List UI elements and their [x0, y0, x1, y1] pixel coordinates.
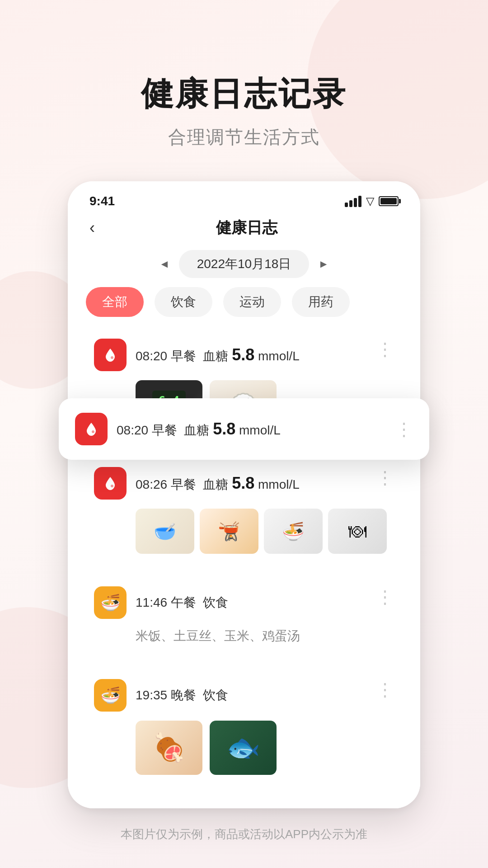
tooltip-time-title: 08:20 早餐 血糖 5.8 mmol/L — [117, 423, 281, 437]
entry-3-info: 11:46 午餐 饮食 — [136, 594, 367, 611]
entry-2-food-2: 🫕 — [200, 509, 258, 554]
svg-point-1 — [111, 485, 113, 487]
tooltip-card: 08:20 早餐 血糖 5.8 mmol/L ⋮ — [59, 398, 429, 460]
entry-2-time-title: 08:26 早餐 血糖 5.8 mmol/L — [136, 477, 300, 491]
entry-2-images: 🥣 🫕 🍜 🍽 — [136, 509, 394, 554]
blood-drop-icon — [102, 347, 118, 363]
entry-1-header: 08:20 早餐 血糖 5.8 mmol/L ⋮ — [94, 339, 394, 371]
phone-inner: 9:41 ▽ ‹ 健康日志 — [68, 181, 420, 808]
entry-4-time-title: 19:35 晚餐 饮食 — [136, 688, 228, 702]
date-label: 2022年10月18日 — [179, 250, 310, 278]
entry-4-header: 🍜 19:35 晚餐 饮食 ⋮ — [94, 679, 394, 712]
nav-bar: ‹ 健康日志 — [68, 208, 420, 243]
svg-point-2 — [92, 430, 94, 433]
entry-3-header: 🍜 11:46 午餐 饮食 ⋮ — [94, 586, 394, 619]
filter-tabs: 全部 饮食 运动 用药 — [68, 287, 420, 326]
battery-icon — [379, 196, 399, 206]
svg-point-0 — [111, 356, 113, 359]
tooltip-blood-drop-icon — [83, 421, 99, 437]
entry-1-icon — [94, 339, 127, 371]
entry-2-icon — [94, 467, 127, 500]
entry-2-food-1: 🥣 — [136, 509, 194, 554]
back-button[interactable]: ‹ — [89, 218, 95, 237]
signal-icon — [345, 196, 361, 207]
tooltip-more-button[interactable]: ⋮ — [395, 419, 413, 439]
entry-3-more-button[interactable]: ⋮ — [376, 586, 394, 607]
blood-drop-icon-2 — [102, 475, 118, 491]
phone-mockup-wrapper: 9:41 ▽ ‹ 健康日志 — [68, 181, 420, 808]
date-prev-button[interactable]: ◄ — [159, 258, 170, 270]
entry-2: 08:26 早餐 血糖 5.8 mmol/L ⋮ 🥣 🫕 🍜 🍽 — [81, 454, 407, 566]
entry-3: 🍜 11:46 午餐 饮食 ⋮ 米饭、土豆丝、玉米、鸡蛋汤 — [81, 574, 407, 659]
filter-tab-all[interactable]: 全部 — [86, 287, 144, 317]
status-time: 9:41 — [89, 194, 115, 208]
entry-1-time-title: 08:20 早餐 血糖 5.8 mmol/L — [136, 349, 300, 363]
entry-2-food-4: 🍽 — [328, 509, 387, 554]
nav-title: 健康日志 — [95, 217, 399, 238]
disclaimer: 本图片仅为示例，商品或活动以APP内公示为准 — [121, 826, 367, 868]
status-icons: ▽ — [345, 195, 399, 208]
entry-4-dinner-1: 🍖 — [136, 721, 202, 775]
wifi-icon: ▽ — [366, 195, 374, 208]
date-next-button[interactable]: ► — [318, 258, 329, 270]
entry-4-dinner-2: 🐟 — [210, 721, 277, 775]
tooltip-entry-info: 08:20 早餐 血糖 5.8 mmol/L — [117, 420, 386, 439]
entry-3-time-title: 11:46 午餐 饮食 — [136, 595, 228, 609]
hero-subtitle: 合理调节生活方式 — [168, 125, 320, 150]
entry-4-icon: 🍜 — [94, 679, 127, 712]
entry-3-icon: 🍜 — [94, 586, 127, 619]
entry-2-food-3: 🍜 — [264, 509, 323, 554]
entry-1-info: 08:20 早餐 血糖 5.8 mmol/L — [136, 345, 367, 365]
filter-tab-exercise[interactable]: 运动 — [223, 287, 281, 317]
filter-tab-medication[interactable]: 用药 — [292, 287, 350, 317]
hero-title: 健康日志记录 — [141, 72, 347, 116]
entry-2-info: 08:26 早餐 血糖 5.8 mmol/L — [136, 474, 367, 493]
status-bar: 9:41 ▽ — [68, 181, 420, 208]
entry-1-more-button[interactable]: ⋮ — [376, 339, 394, 359]
tooltip-icon — [75, 413, 108, 445]
entry-3-text: 米饭、土豆丝、玉米、鸡蛋汤 — [136, 626, 394, 646]
entry-4-more-button[interactable]: ⋮ — [376, 679, 394, 700]
entry-4-info: 19:35 晚餐 饮食 — [136, 687, 367, 704]
entry-2-header: 08:26 早餐 血糖 5.8 mmol/L ⋮ — [94, 467, 394, 500]
entry-4-images: 🍖 🐟 — [136, 721, 394, 775]
phone-mockup: 9:41 ▽ ‹ 健康日志 — [68, 181, 420, 808]
entry-4: 🍜 19:35 晚餐 饮食 ⋮ 🍖 🐟 — [81, 666, 407, 788]
entry-2-more-button[interactable]: ⋮ — [376, 467, 394, 488]
filter-tab-diet[interactable]: 饮食 — [155, 287, 212, 317]
date-picker: ◄ 2022年10月18日 ► — [68, 250, 420, 278]
